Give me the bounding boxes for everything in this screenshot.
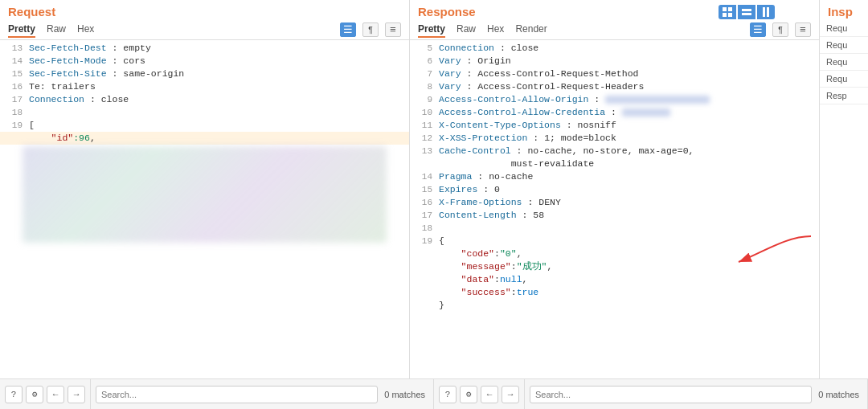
code-line: 19 { [410, 235, 819, 247]
code-line: } [410, 299, 819, 312]
format-icon-request[interactable]: ☰ [340, 22, 356, 37]
code-line: "code":"0", [410, 247, 819, 260]
tab-pretty-response[interactable]: Pretty [418, 22, 445, 38]
forward-button-right[interactable]: → [502, 386, 519, 403]
code-line: 13 Cache-Control : no-cache, no-store, m… [410, 145, 819, 157]
request-search-input[interactable] [96, 386, 378, 403]
code-line: 14 Sec-Fetch-Mode : cors [0, 55, 409, 67]
code-line: 13 Sec-Fetch-Dest : empty [0, 42, 409, 55]
code-line: 10 Access-Control-Allow-Credentia : [410, 106, 819, 119]
svg-rect-0 [723, 7, 727, 11]
response-toolbar-section: ? ⚙ ← → [434, 379, 525, 409]
svg-rect-3 [728, 13, 732, 17]
stack-button[interactable] [757, 5, 775, 19]
code-line: 14 Pragma : no-cache [410, 170, 819, 183]
request-panel: Request Pretty Raw Hex ☰ ¶ ≡ 13 Sec-Fetc… [0, 0, 410, 378]
code-line: "data":null, [410, 273, 819, 286]
code-line: 17 Content-Length : 58 [410, 209, 819, 222]
response-tab-bar: Pretty Raw Hex Render ☰ ¶ ≡ [410, 20, 819, 40]
code-line: 17 Connection : close [0, 93, 409, 106]
code-line: "id":96, [0, 132, 409, 145]
code-line: "success":true [410, 286, 819, 299]
request-code-area: 13 Sec-Fetch-Dest : empty 14 Sec-Fetch-M… [0, 40, 409, 378]
insp-item[interactable]: Resp [820, 88, 868, 104]
newline-icon-request[interactable]: ¶ [362, 22, 379, 37]
code-line: must-revalidate [410, 157, 819, 170]
tile-button[interactable] [719, 5, 736, 19]
settings-button-right[interactable]: ⚙ [460, 386, 477, 403]
help-button-right[interactable]: ? [439, 386, 457, 403]
code-line-message: "message":"成功", [410, 260, 819, 273]
help-button-left[interactable]: ? [5, 386, 23, 403]
back-button-left[interactable]: ← [47, 386, 64, 403]
window-controls [719, 5, 775, 19]
insp-item[interactable]: Requ [820, 37, 868, 54]
back-button-right[interactable]: ← [481, 386, 498, 403]
code-line: 16 Te: trailers [0, 80, 409, 93]
tab-pretty-request[interactable]: Pretty [8, 22, 35, 38]
code-line: 19 [ [0, 119, 409, 132]
tab-raw-request[interactable]: Raw [47, 22, 66, 38]
svg-rect-2 [723, 13, 727, 17]
response-code-area: 5 Connection : close 6 Vary : Origin 7 V… [410, 40, 819, 378]
request-matches-label: 0 matches [381, 390, 428, 399]
response-matches-label: 0 matches [815, 390, 862, 399]
split-button[interactable] [738, 5, 755, 19]
request-tab-bar: Pretty Raw Hex ☰ ¶ ≡ [0, 20, 409, 40]
insp-item[interactable]: Requ [820, 71, 868, 88]
format-icon-response[interactable]: ☰ [750, 22, 766, 37]
tab-raw-response[interactable]: Raw [457, 22, 476, 38]
bottom-toolbar: ? ⚙ ← → 0 matches ? ⚙ ← → 0 matches [0, 378, 868, 409]
code-line: 12 X-XSS-Protection : 1; mode=block [410, 132, 819, 145]
svg-rect-1 [728, 7, 732, 11]
insp-item[interactable]: Requ [820, 20, 868, 37]
insp-panel: Insp Requ Requ Requ Requ Resp [820, 0, 868, 378]
tab-render-response[interactable]: Render [515, 22, 547, 38]
code-line: 16 X-Frame-Options : DENY [410, 196, 819, 209]
menu-icon-request[interactable]: ≡ [385, 22, 401, 37]
code-line: 18 [0, 106, 409, 119]
code-line: 6 Vary : Origin [410, 55, 819, 67]
settings-button-left[interactable]: ⚙ [26, 386, 43, 403]
svg-rect-5 [742, 13, 751, 15]
tab-hex-response[interactable]: Hex [487, 22, 504, 38]
code-line: 18 [410, 222, 819, 235]
newline-icon-response[interactable]: ¶ [772, 22, 788, 37]
code-line: 15 Expires : 0 [410, 183, 819, 196]
response-search-section: 0 matches [525, 379, 868, 409]
code-line: 9 Access-Control-Allow-Origin : [410, 93, 819, 106]
code-line: 5 Connection : close [410, 42, 819, 55]
request-search-section: 0 matches [91, 379, 434, 409]
code-line: 11 X-Content-Type-Options : nosniff [410, 119, 819, 132]
svg-rect-4 [742, 9, 751, 11]
forward-button-left[interactable]: → [68, 386, 85, 403]
code-line: 7 Vary : Access-Control-Request-Method [410, 67, 819, 80]
tab-hex-request[interactable]: Hex [77, 22, 94, 38]
blurred-content [23, 146, 387, 243]
code-line: 15 Sec-Fetch-Site : same-origin [0, 67, 409, 80]
response-panel: Response Pretty Raw Hex Render ☰ ¶ ≡ 5 C… [410, 0, 820, 378]
request-title: Request [0, 0, 409, 20]
svg-rect-7 [767, 7, 769, 17]
code-line: 8 Vary : Access-Control-Request-Headers [410, 80, 819, 93]
insp-title: Insp [820, 0, 868, 20]
menu-icon-response[interactable]: ≡ [795, 22, 811, 37]
insp-item[interactable]: Requ [820, 54, 868, 71]
svg-rect-6 [763, 7, 765, 17]
response-search-input[interactable] [530, 386, 812, 403]
request-toolbar-section: ? ⚙ ← → [0, 379, 91, 409]
